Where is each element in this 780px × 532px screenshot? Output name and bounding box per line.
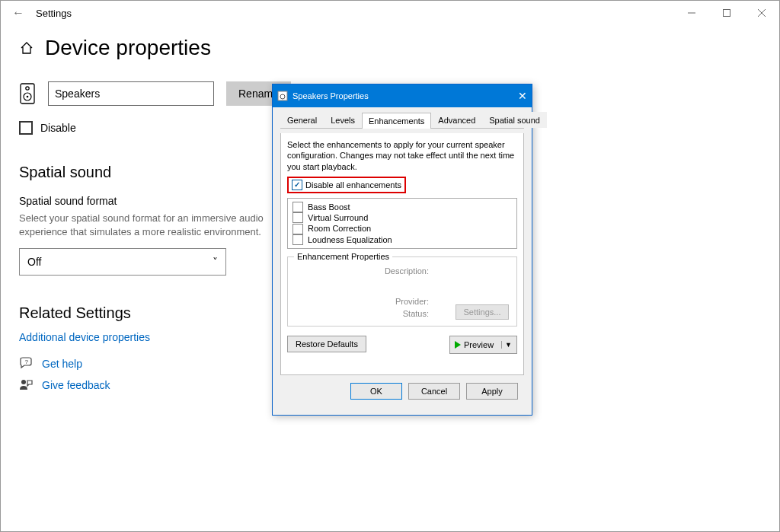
speakers-properties-dialog: Speakers Properties ✕ General Levels Enh… [272, 84, 532, 416]
restore-defaults-button[interactable]: Restore Defaults [287, 336, 366, 352]
speaker-icon [19, 83, 36, 104]
window-title: Settings [36, 8, 72, 19]
enhancements-panel: Select the enhancements to apply for you… [280, 133, 524, 375]
props-legend: Enhancement Properties [294, 252, 392, 261]
feedback-icon [19, 378, 33, 392]
settings-window: ← Settings Device properties [0, 0, 780, 532]
tab-levels[interactable]: Levels [324, 112, 362, 128]
help-icon: ? [19, 357, 33, 371]
disable-checkbox[interactable] [19, 121, 33, 135]
checkbox[interactable] [292, 212, 303, 223]
enhancements-list: Bass Boost Virtual Surround Room Correct… [287, 198, 517, 249]
play-icon [455, 341, 461, 349]
description-label: Description: [376, 266, 429, 276]
checkbox[interactable] [292, 224, 303, 234]
tab-advanced[interactable]: Advanced [431, 112, 482, 128]
dialog-title: Speakers Properties [292, 91, 369, 100]
provider-label: Provider: [376, 297, 429, 306]
checkbox[interactable] [292, 234, 303, 245]
additional-properties-link[interactable]: Additional device properties [19, 331, 150, 343]
enhancement-item[interactable]: Loudness Equalization [292, 234, 512, 245]
back-button[interactable]: ← [1, 6, 36, 20]
enhancement-item[interactable]: Room Correction [292, 223, 512, 234]
tab-enhancements[interactable]: Enhancements [362, 113, 431, 129]
maximize-button[interactable] [709, 1, 744, 25]
disable-all-label: Disable all enhancements [305, 180, 401, 190]
cancel-button[interactable]: Cancel [408, 383, 460, 400]
dialog-close-button[interactable]: ✕ [518, 90, 527, 102]
device-name-input[interactable] [48, 81, 214, 106]
status-label: Status: [376, 309, 429, 318]
dialog-icon [277, 91, 288, 101]
titlebar: ← Settings [1, 1, 779, 25]
page-title: Device properties [45, 36, 211, 60]
checkbox[interactable] [292, 202, 303, 212]
disable-all-enhancements-row[interactable]: ✓ Disable all enhancements [287, 177, 406, 193]
spatial-help-text: Select your spatial sound format for an … [19, 212, 308, 239]
enhancement-settings-button: Settings... [456, 304, 509, 320]
dialog-tabs: General Levels Enhancements Advanced Spa… [280, 112, 524, 129]
tab-general[interactable]: General [280, 112, 324, 128]
chevron-down-icon: ˅ [213, 256, 218, 268]
svg-point-7 [27, 96, 29, 98]
spatial-format-dropdown[interactable]: Off ˅ [19, 248, 226, 276]
enhancement-item[interactable]: Virtual Surround [292, 212, 512, 223]
tab-spatial-sound[interactable]: Spatial sound [482, 112, 547, 128]
enhancement-item[interactable]: Bass Boost [292, 202, 512, 212]
svg-text:?: ? [25, 358, 29, 365]
give-feedback-link[interactable]: Give feedback [42, 379, 110, 391]
dropdown-arrow-icon[interactable]: ▼ [501, 341, 512, 349]
enhancement-properties-group: Enhancement Properties Description: Prov… [287, 256, 517, 327]
dialog-footer: OK Cancel Apply [280, 375, 524, 407]
disable-all-checkbox[interactable]: ✓ [292, 180, 302, 190]
svg-point-9 [21, 380, 26, 384]
spatial-format-value: Off [27, 256, 41, 268]
disable-label: Disable [40, 122, 76, 134]
enhancements-description: Select the enhancements to apply for you… [287, 139, 517, 172]
apply-button[interactable]: Apply [466, 383, 518, 400]
minimize-button[interactable] [674, 1, 709, 25]
svg-rect-1 [724, 10, 730, 17]
dialog-titlebar[interactable]: Speakers Properties ✕ [273, 84, 532, 107]
home-icon[interactable] [19, 40, 34, 56]
preview-button[interactable]: Preview ▼ [449, 336, 517, 354]
svg-point-5 [26, 87, 29, 90]
get-help-link[interactable]: Get help [42, 358, 82, 370]
ok-button[interactable]: OK [350, 383, 402, 400]
close-button[interactable] [744, 1, 779, 25]
